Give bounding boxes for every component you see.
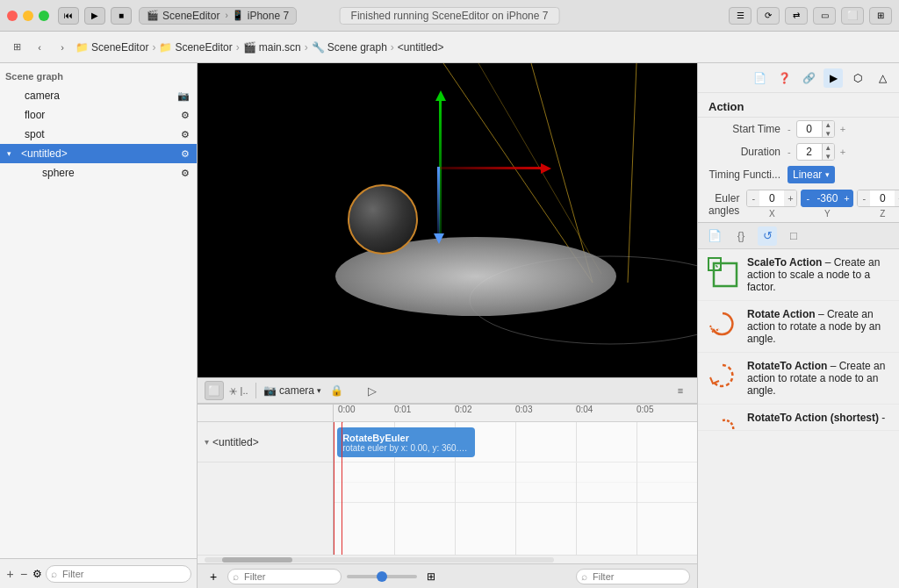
back-forward[interactable]: ⇄	[785, 7, 808, 25]
rotateto-shortest-icon-svg	[707, 419, 738, 431]
tl-grid-button[interactable]: ⊞	[422, 568, 440, 585]
euler-y-plus[interactable]: +	[840, 190, 852, 207]
viewport-mode-button[interactable]: ⬜	[205, 381, 224, 400]
camera-selector[interactable]: 📷 camera ▾	[263, 384, 321, 397]
euler-z-minus[interactable]: -	[858, 190, 870, 207]
tl-filter-input[interactable]	[227, 569, 342, 584]
duration-num: 2	[797, 146, 822, 158]
zoom-win[interactable]: ⊞	[869, 7, 892, 25]
window-controls: ☰ ⟳ ⇄ ▭ ⬜ ⊞	[729, 7, 892, 25]
tree-item-floor[interactable]: floor ⚙	[0, 105, 197, 125]
viewport-play-button[interactable]: ▷	[363, 381, 382, 400]
euler-x-num[interactable]: - 0 +	[746, 190, 797, 207]
tl-block-rotate[interactable]: RotateByEuler rotate euler by x: 0.00, y…	[337, 427, 475, 457]
remove-tree-item-button[interactable]: −	[18, 565, 28, 583]
tl-scrollbar-thumb[interactable]	[222, 557, 292, 563]
sphere-object	[348, 184, 418, 255]
arrow-z-blue	[434, 233, 444, 244]
lib-tab-code[interactable]: {}	[731, 226, 751, 246]
tl-zoom-slider[interactable]	[347, 575, 417, 578]
stop-button[interactable]: ■	[111, 7, 132, 25]
tl-right-filter-input[interactable]	[576, 569, 690, 584]
breadcrumb-untitled[interactable]: <untitled>	[398, 41, 444, 54]
sidebar-toggle[interactable]: ☰	[729, 7, 752, 25]
lib-tab-doc[interactable]: 📄	[705, 226, 724, 246]
lib-item-scaleto[interactable]: ScaleTo Action – Create an action to sca…	[698, 249, 899, 301]
info-icon[interactable]: ❓	[774, 68, 794, 88]
action-icon-active[interactable]: ▶	[823, 68, 843, 88]
vp-separator1	[255, 383, 256, 398]
close-button[interactable]	[7, 11, 18, 21]
rotate-text: Rotate Action – Create an action to rota…	[747, 308, 890, 345]
breadcrumb-toolbar: ⊞ ‹ › 📁 SceneEditor › 📁 SceneEditor › 🎬 …	[0, 32, 899, 63]
toolbar-grid[interactable]: ⊞	[7, 38, 26, 57]
viewport-transform-button[interactable]: ⚹ |..	[229, 381, 248, 400]
tree-item-sphere[interactable]: sphere ⚙	[0, 163, 197, 183]
playhead-marker: ▼	[338, 422, 347, 425]
toolbar-forward[interactable]: ›	[53, 38, 72, 57]
fullscreen-button[interactable]	[39, 11, 49, 21]
tl-filter-wrap	[227, 569, 342, 584]
add-tree-item-button[interactable]: +	[5, 565, 15, 583]
tl-add-button[interactable]: +	[205, 568, 222, 585]
sphere-icon: ⚙	[181, 168, 190, 179]
tree-item-untitled[interactable]: ▾ <untitled> ⚙	[0, 144, 197, 163]
breadcrumb-sceneeditor1[interactable]: 📁 SceneEditor	[76, 41, 148, 54]
duration-down[interactable]: ▼	[822, 152, 834, 161]
tl-slider-thumb[interactable]	[377, 571, 387, 582]
euler-y-minus[interactable]: -	[802, 190, 814, 207]
camera-label-vp: camera	[279, 384, 314, 397]
duration-field[interactable]: 2 ▲ ▼	[796, 143, 835, 161]
tree-filter-input[interactable]	[46, 565, 191, 583]
expand-arrow-icon[interactable]: ▾	[7, 149, 18, 158]
tl-expand-icon[interactable]: ▾	[205, 437, 209, 447]
toolbar-back[interactable]: ‹	[30, 38, 49, 57]
lib-tab-shape[interactable]: □	[784, 226, 803, 246]
triangle-icon[interactable]: △	[873, 68, 892, 88]
viewport-overflow-button[interactable]: ≡	[671, 381, 690, 400]
breadcrumb-sceneeditor2[interactable]: 📁 SceneEditor	[159, 41, 232, 54]
play-button[interactable]: ▶	[84, 7, 105, 25]
breadcrumb-scenegraph[interactable]: 🔧 Scene graph	[312, 41, 387, 54]
spot-icon: ⚙	[181, 129, 190, 140]
euler-y-num[interactable]: - -360 +	[801, 190, 853, 207]
lib-item-rotateto[interactable]: RotateTo Action – Create an action to ro…	[698, 353, 899, 405]
lib-tab-action[interactable]: ↺	[758, 226, 777, 246]
scene-tree: Scene graph camera 📷 floor ⚙ spot ⚙ ▾ <u…	[0, 63, 197, 558]
breadcrumb-label4: Scene graph	[327, 41, 387, 54]
minimize-win[interactable]: ⬜	[841, 7, 864, 25]
start-time-label: Start Time	[708, 123, 788, 135]
settings-icon[interactable]: ⚙	[32, 565, 42, 583]
lib-item-rotateto-shortest[interactable]: RotateTo Action (shortest) -	[698, 405, 899, 431]
app-tab[interactable]: 🎬 SceneEditor › 📱 iPhone 7	[139, 7, 297, 25]
share-button[interactable]: ⟳	[757, 7, 780, 25]
euler-fields: - 0 + X - -360 + Y	[746, 190, 899, 219]
tree-item-spot[interactable]: spot ⚙	[0, 125, 197, 144]
tl-scrollbar-container	[198, 555, 697, 563]
tl-item-untitled[interactable]: ▾ <untitled>	[198, 422, 333, 463]
timing-select[interactable]: Linear ▾	[788, 166, 835, 183]
lib-item-rotate[interactable]: Rotate Action – Create an action to rota…	[698, 301, 899, 353]
euler-z-plus[interactable]: +	[895, 190, 899, 207]
start-time-down[interactable]: ▼	[822, 129, 834, 138]
rewind-button[interactable]: ⏮	[58, 7, 79, 25]
layout-icon[interactable]: ⬡	[848, 68, 867, 88]
tree-item-camera[interactable]: camera 📷	[0, 86, 197, 105]
minimize-button[interactable]	[23, 11, 33, 21]
euler-x-plus[interactable]: +	[784, 190, 796, 207]
euler-z-num[interactable]: - 0 +	[857, 190, 899, 207]
tl-node-label: <untitled>	[212, 436, 259, 448]
center-panel: ⬜ ⚹ |.. 📷 camera ▾ 🔒 ▷ ≡ 0:00 0:01	[198, 63, 697, 588]
breadcrumb-mainscn[interactable]: 🎬 main.scn	[243, 41, 301, 54]
split-view[interactable]: ▭	[813, 7, 836, 25]
timing-dropdown-icon: ▾	[825, 170, 830, 179]
euler-x-minus[interactable]: -	[747, 190, 759, 207]
duration-up[interactable]: ▲	[822, 143, 834, 152]
start-time-up[interactable]: ▲	[822, 120, 834, 129]
tl-scrollbar[interactable]	[205, 557, 554, 563]
new-doc-icon[interactable]: 📄	[750, 68, 769, 88]
link-icon[interactable]: 🔗	[799, 68, 818, 88]
camera-icon-vp: 📷	[263, 384, 277, 397]
floor-icon: ⚙	[181, 110, 190, 121]
start-time-field[interactable]: 0 ▲ ▼	[796, 120, 835, 138]
